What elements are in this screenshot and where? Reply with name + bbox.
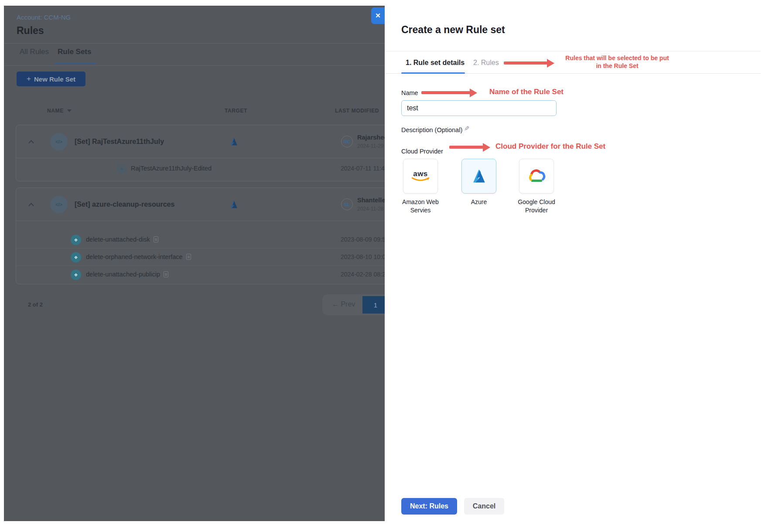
tab-all-rules[interactable]: All Rules [20,48,49,56]
plus-icon: + [27,75,31,83]
provider-label-aws: Amazon Web Servies [396,198,444,215]
provider-card-azure-selected[interactable] [461,159,496,194]
avatar: RC [341,136,353,147]
description-label: Description (Optional) [401,126,462,133]
column-header-target: TARGET [225,108,247,114]
step-rules[interactable]: 2. Rules [473,59,499,67]
copy-icon[interactable] [164,271,168,277]
rule-name: RajTestAzure11thJuly-Edited [131,165,212,172]
rule-set-name: [Set] azure-cleanup-resources [75,201,174,208]
new-rule-set-label: New Rule Set [34,75,75,83]
create-rule-set-drawer: ✕ Create a new Rule set 1. Rule set deta… [385,4,779,521]
provider-label-azure: Azure [455,198,503,206]
close-icon: ✕ [375,12,381,20]
tab-rule-sets[interactable]: Rule Sets [58,48,91,56]
rule-date: 2023-08-09 09:50 [341,236,389,243]
new-rule-set-button[interactable]: + New Rule Set [17,72,85,86]
name-input[interactable] [401,100,557,116]
next-rules-button[interactable]: Next: Rules [401,498,457,515]
page-title: Rules [17,25,44,37]
annotation-cloud-provider: Cloud Provider for the Rule Set [495,142,605,151]
annotation-rules-step: Rules that will be selected to be put in… [558,54,676,70]
rule-icon: ❖ [71,235,81,245]
cloud-provider-label: Cloud Provider [401,148,443,155]
rule-name: delete-orphaned-network-interface [86,253,191,260]
azure-logo-icon [471,168,487,184]
aws-logo-icon: aws [411,171,430,182]
active-step-underline [401,72,465,74]
gcp-logo-icon [526,168,547,184]
rule-name-text: delete-orphaned-network-interface [86,253,183,260]
avatar: SL [341,198,353,210]
rule-icon: ❖ [117,164,126,174]
annotation-name: Name of the Rule Set [489,88,564,96]
column-header-last-modified: LAST MODIFIED [335,108,379,114]
copy-icon[interactable] [154,236,158,242]
rule-name: delete-unattached-disk [86,236,158,243]
azure-target-icon [229,200,239,209]
column-header-name[interactable]: NAME [47,108,72,114]
close-button[interactable]: ✕ [371,7,385,24]
breadcrumb-account[interactable]: Account: CCM-NG [17,14,71,21]
annotation-arrow [421,91,470,94]
provider-card-aws[interactable]: aws [403,159,438,194]
provider-card-gcp[interactable] [519,159,554,194]
cancel-button[interactable]: Cancel [464,498,504,515]
rule-set-icon: </> [50,133,68,150]
copy-icon[interactable] [186,254,191,260]
annotation-arrow [449,146,483,149]
rule-set-icon: </> [50,196,68,213]
screenshot-stage: Account: CCM-NG Rules All Rules Rule Set… [0,0,779,532]
rule-set-name: [Set] RajTestAzure11thJuly [75,138,164,146]
rule-icon: ❖ [71,269,81,280]
sort-caret-icon [67,109,72,112]
chevron-up-icon[interactable] [28,203,34,208]
rule-date: 2023-08-10 10:02 [341,253,389,260]
rule-icon: ❖ [71,252,81,263]
rule-date: 2024-02-28 08:26 [341,271,389,278]
name-label: Name [401,89,418,96]
drawer-title: Create a new Rule set [401,24,505,36]
azure-target-icon [229,137,239,147]
column-name-label: NAME [47,108,64,114]
rule-name: delete-unattached-publicip [86,271,168,278]
edit-pencil-icon[interactable]: ✎ [464,125,470,133]
prev-page-button[interactable]: ← Prev [332,300,355,308]
rule-name-text: delete-unattached-disk [86,236,150,243]
annotation-arrow [504,61,547,65]
pagination-summary: 2 of 2 [28,301,43,308]
rule-name-text: delete-unattached-publicip [86,271,160,278]
pagination: ← Prev 1 [322,294,392,315]
active-tab-underline [55,63,96,64]
chevron-up-icon[interactable] [28,140,34,146]
step-rule-set-details[interactable]: 1. Rule set details [406,59,465,67]
provider-label-gcp: Google Cloud Provider [512,198,560,215]
aws-wordmark: aws [413,171,428,177]
